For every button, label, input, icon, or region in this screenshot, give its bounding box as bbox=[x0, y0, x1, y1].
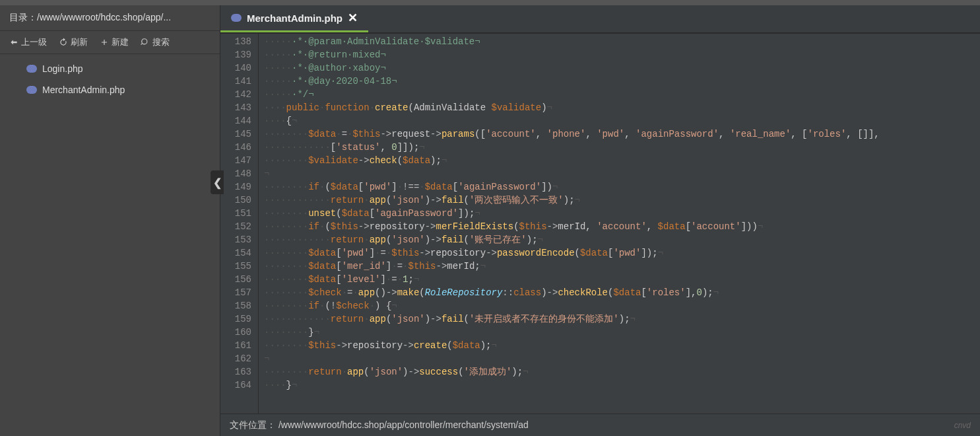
file-browser-sidebar: 目录：/www/wwwroot/hdcc.shop/app/... 上一级 刷新… bbox=[0, 5, 220, 436]
refresh-icon bbox=[59, 38, 68, 47]
editor-tab-bar: MerchantAdmin.php ✕ bbox=[220, 5, 980, 34]
file-toolbar: 上一级 刷新 新建 搜索 bbox=[0, 31, 220, 54]
main-area: 目录：/www/wwwroot/hdcc.shop/app/... 上一级 刷新… bbox=[0, 5, 980, 436]
close-icon[interactable]: ✕ bbox=[348, 12, 358, 24]
search-icon bbox=[141, 38, 150, 47]
file-name: MerchantAdmin.php bbox=[42, 85, 125, 95]
code-content[interactable]: ······*·@param·AdminValidate·$validate¬·… bbox=[259, 34, 980, 414]
php-icon bbox=[26, 65, 37, 73]
code-area[interactable]: 1381391401411421431441451461471481491501… bbox=[220, 34, 980, 414]
new-button[interactable]: 新建 bbox=[100, 36, 129, 48]
file-location-path: /www/wwwroot/hdcc.shop/app/controller/me… bbox=[278, 419, 529, 430]
php-icon bbox=[26, 86, 37, 94]
refresh-button[interactable]: 刷新 bbox=[59, 36, 88, 48]
file-item[interactable]: Login.php bbox=[0, 58, 220, 79]
status-bar: 文件位置： /www/wwwroot/hdcc.shop/app/control… bbox=[220, 414, 980, 436]
dir-label: 目录： bbox=[9, 12, 37, 22]
editor-tab[interactable]: MerchantAdmin.php ✕ bbox=[220, 5, 368, 32]
plus-icon bbox=[100, 38, 109, 47]
dir-path: /www/wwwroot/hdcc.shop/app/... bbox=[37, 12, 171, 22]
file-item[interactable]: MerchantAdmin.php bbox=[0, 79, 220, 100]
line-number-gutter: 1381391401411421431441451461471481491501… bbox=[220, 34, 259, 414]
arrow-up-icon bbox=[9, 38, 18, 47]
php-icon bbox=[231, 14, 242, 22]
top-strip bbox=[0, 0, 980, 5]
directory-path: 目录：/www/wwwroot/hdcc.shop/app/... bbox=[0, 5, 220, 31]
search-button[interactable]: 搜索 bbox=[141, 36, 170, 48]
tab-title: MerchantAdmin.php bbox=[247, 13, 343, 24]
file-location-label: 文件位置： bbox=[230, 419, 276, 430]
sidebar-collapse-button[interactable]: ❮ bbox=[211, 170, 224, 194]
editor-panel: ❮ MerchantAdmin.php ✕ 138139140141142143… bbox=[220, 5, 980, 436]
file-name: Login.php bbox=[42, 63, 83, 74]
file-list: Login.php MerchantAdmin.php bbox=[0, 54, 220, 100]
up-button[interactable]: 上一级 bbox=[9, 36, 47, 48]
watermark: cnvd bbox=[954, 421, 971, 430]
